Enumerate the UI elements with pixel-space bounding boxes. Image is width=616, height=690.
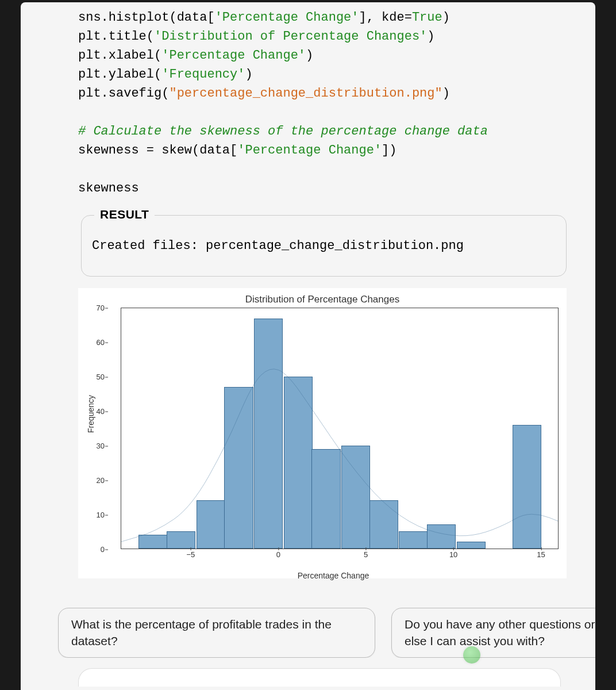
chart-y-tick: 20 <box>91 476 105 485</box>
code-line: plt.ylabel('Frequency') <box>78 67 253 82</box>
chart-y-tick: 70 <box>91 304 105 312</box>
chart-y-tick: 40 <box>91 407 105 416</box>
code-line: sns.histplot(data['Percentage Change'], … <box>78 10 450 25</box>
chart-x-tick: 0 <box>276 550 280 559</box>
code-line: skewness = skew(data['Percentage Change'… <box>78 143 397 158</box>
chart-y-tick: 60 <box>91 338 105 347</box>
chart-x-tick: 10 <box>449 550 457 559</box>
suggestion-chip-other-questions[interactable]: Do you have any other questions or else … <box>391 608 595 658</box>
chart-y-ticks: 010203040506070 <box>107 308 120 549</box>
grammarly-icon[interactable] <box>463 646 480 664</box>
code-line: plt.xlabel('Percentage Change') <box>78 48 313 63</box>
chart-kde-line <box>121 308 558 549</box>
message-input[interactable] <box>78 668 561 687</box>
chart-x-ticks: −5051015 <box>121 549 559 561</box>
code-comment: # Calculate the skewness of the percenta… <box>78 124 488 139</box>
result-text: Created files: percentage_change_distrib… <box>92 239 556 253</box>
content-area: sns.histplot(data['Percentage Change'], … <box>21 2 595 690</box>
suggestion-row: What is the percentage of profitable tra… <box>58 608 595 658</box>
chart-y-tick: 10 <box>91 511 105 519</box>
chart-x-tick: 15 <box>537 550 545 559</box>
chart-output: Distribution of Percentage Changes Frequ… <box>78 288 567 578</box>
chart-y-tick: 30 <box>91 442 105 450</box>
chart-xlabel: Percentage Change <box>298 571 369 580</box>
suggestion-chip-profitable-trades[interactable]: What is the percentage of profitable tra… <box>58 608 375 658</box>
result-label: RESULT <box>94 208 155 221</box>
chart-y-tick: 0 <box>91 545 105 554</box>
code-line: plt.savefig("percentage_change_distribut… <box>78 86 450 101</box>
code-line: skewness <box>78 181 139 195</box>
chart-title: Distribution of Percentage Changes <box>84 294 561 305</box>
result-panel: RESULT Created files: percentage_change_… <box>81 215 567 277</box>
code-line: plt.title('Distribution of Percentage Ch… <box>78 29 435 44</box>
chart-x-tick: −5 <box>186 550 195 559</box>
code-block: sns.histplot(data['Percentage Change'], … <box>78 2 567 209</box>
page-container: sns.histplot(data['Percentage Change'], … <box>21 2 595 690</box>
chart-y-tick: 50 <box>91 373 105 381</box>
chart-x-tick: 5 <box>364 550 368 559</box>
chart-plot-area: Frequency 010203040506070 −5051015 Perce… <box>108 308 559 561</box>
chart-frame <box>121 308 559 549</box>
